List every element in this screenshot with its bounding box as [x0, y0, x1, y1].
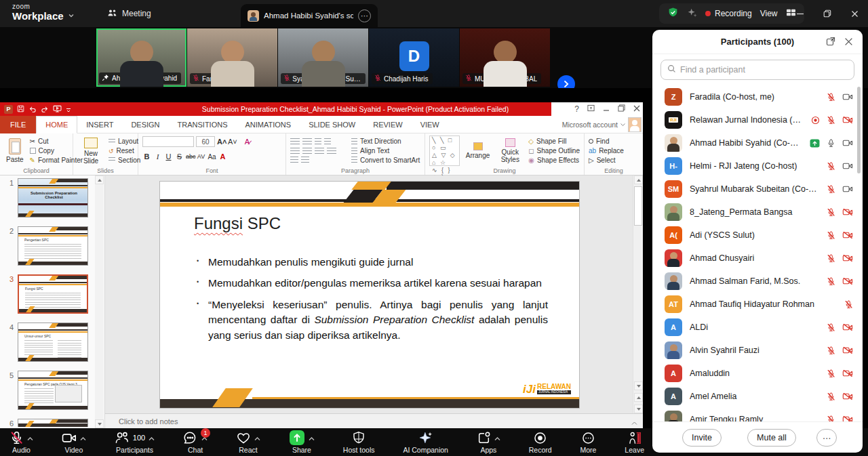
scroll-down-icon[interactable] — [95, 419, 104, 428]
indent-icon[interactable] — [315, 138, 321, 145]
quick-styles-button[interactable]: Quick Styles — [496, 136, 524, 166]
search-input[interactable] — [680, 65, 848, 75]
popout-icon[interactable] — [826, 37, 835, 49]
justify-icon[interactable] — [327, 148, 336, 154]
next-slide-icon[interactable] — [634, 405, 643, 413]
participant-row[interactable]: Z Faradila (Co-host, me) — [652, 85, 863, 108]
ai-companion-button[interactable]: AI Companion — [403, 428, 448, 456]
notes-pane[interactable]: Click to add notes — [105, 413, 643, 428]
format-underline-button[interactable]: U — [164, 152, 173, 161]
ai-sparkle-icon[interactable] — [687, 7, 697, 20]
video-tile[interactable]: Ahmad Habibi Syahid — [96, 28, 186, 87]
chevron-up-icon[interactable] — [149, 432, 155, 444]
ppt-tab-design[interactable]: DESIGN — [122, 116, 168, 133]
font-size-combobox[interactable]: 60 — [196, 136, 215, 147]
participant-row[interactable]: Alvin Syahril Fauzi — [652, 339, 863, 362]
react-button[interactable]: React — [236, 428, 260, 456]
help-icon[interactable]: ? — [574, 104, 579, 114]
ppt-tab-home[interactable]: HOME — [36, 116, 77, 133]
outdent-icon[interactable] — [324, 138, 331, 145]
more-button[interactable]: More — [580, 428, 597, 456]
minimize-button[interactable] — [787, 0, 814, 27]
ppt-tab-transitions[interactable]: TRANSITIONS — [169, 116, 237, 133]
paste-button[interactable]: Paste — [4, 136, 26, 166]
video-tile[interactable]: MUHAMMAD IQBAL — [460, 28, 550, 87]
chevron-up-icon[interactable] — [80, 432, 86, 444]
ppt-tab-review[interactable]: REVIEW — [364, 116, 411, 133]
ppt-tab-slide-show[interactable]: SLIDE SHOW — [300, 116, 364, 133]
chevron-up-icon[interactable] — [27, 432, 33, 444]
format-shadow-button[interactable]: S — [175, 152, 184, 161]
select-button[interactable]: ▷Select — [589, 155, 624, 165]
layout-button[interactable]: Layout — [108, 137, 140, 146]
mute-all-button[interactable]: Mute all — [747, 429, 796, 447]
ppt-minimize-icon[interactable] — [603, 104, 610, 114]
participant-row[interactable]: Ahmad Habibi Syahid (Co-host) — [652, 131, 863, 154]
section-button[interactable]: Section — [108, 155, 140, 165]
format-change-case-button[interactable]: Aa — [208, 153, 216, 161]
grow-font-icon[interactable]: A˄ — [217, 138, 226, 146]
participant-row[interactable]: A Amel Amelia — [652, 385, 863, 408]
more-options-button[interactable]: ⋯ — [816, 429, 837, 447]
participant-row[interactable]: A Amaluddin — [652, 362, 863, 385]
tab-meeting[interactable]: Meeting — [100, 0, 158, 27]
slide-thumbnail[interactable]: 2 Pengertian SPC — [5, 226, 95, 266]
format-font-color-button[interactable]: A — [218, 152, 227, 161]
thumbnail-scrollbar[interactable] — [95, 175, 104, 428]
ppt-close-icon[interactable] — [633, 104, 640, 114]
scroll-up-icon[interactable] — [95, 175, 104, 184]
undo-icon[interactable] — [28, 103, 37, 115]
collapse-ribbon-icon[interactable] — [631, 419, 637, 427]
share-button[interactable]: Share — [289, 428, 315, 456]
participant-row[interactable]: 8_Jateng_Permata Bangsa — [652, 201, 863, 224]
reset-button[interactable]: ↺Reset — [108, 146, 140, 156]
ribbon-display-icon[interactable] — [587, 104, 595, 114]
ppt-tab-file[interactable]: FILE — [0, 116, 36, 133]
leave-button[interactable]: Leave — [625, 428, 644, 456]
arrange-button[interactable]: Arrange — [464, 136, 492, 166]
scroll-down-icon[interactable] — [634, 381, 643, 390]
video-tile[interactable]: D Chadijah Haris — [369, 28, 459, 87]
slide-thumbnail[interactable]: 5 Pengaturan SPC pada OJS Versi 3 — [5, 371, 95, 410]
slide-title[interactable]: Fungsi SPC — [194, 214, 281, 233]
start-slideshow-icon[interactable] — [53, 103, 62, 115]
ppt-restore-icon[interactable] — [618, 104, 625, 114]
host-tools-button[interactable]: Host tools — [343, 428, 375, 456]
format-bold-button[interactable]: B — [142, 152, 151, 161]
redo-icon[interactable] — [41, 103, 49, 115]
ppt-tab-animations[interactable]: ANIMATIONS — [237, 116, 300, 133]
chevron-down-icon[interactable] — [68, 9, 75, 16]
participant-row[interactable]: Ahmad Chusyairi — [652, 247, 863, 270]
find-button[interactable]: Find — [589, 137, 624, 146]
ppt-tab-view[interactable]: VIEW — [412, 116, 448, 133]
customize-qat-icon[interactable] — [66, 103, 71, 115]
bullets-icon[interactable] — [290, 138, 300, 145]
apps-button[interactable]: Apps — [477, 428, 500, 456]
microsoft-account[interactable]: Microsoft account — [562, 116, 625, 133]
editor-scrollbar[interactable] — [633, 175, 643, 413]
chat-button[interactable]: 1 Chat — [183, 428, 208, 456]
slide-canvas[interactable]: Fungsi SPC Memudahkan penulis mengikuti … — [160, 182, 579, 408]
slide-body-text[interactable]: Memudahkan penulis mengikuti guide jurna… — [208, 255, 548, 349]
video-tile[interactable]: Syahrul Mubarak Sube... — [278, 28, 368, 87]
slide-thumbnail[interactable]: 6 — [5, 419, 95, 428]
security-shield-icon[interactable] — [667, 7, 679, 21]
new-slide-button[interactable]: New Slide — [77, 136, 104, 166]
record-button[interactable]: Record — [529, 428, 552, 456]
clear-formatting-icon[interactable]: A̷ — [243, 138, 252, 146]
slide-editor[interactable]: Fungsi SPC Memudahkan penulis mengikuti … — [105, 175, 643, 413]
slide-thumbnail[interactable]: 1 Submission Preparation Checklist — [5, 178, 95, 217]
chevron-up-icon[interactable] — [309, 432, 315, 444]
participants-scrollbar[interactable] — [857, 87, 861, 173]
columns-icon[interactable] — [301, 157, 309, 163]
participant-row[interactable]: H- Helmi - RJI Jateng (Co-host) — [652, 154, 863, 178]
close-panel-icon[interactable] — [844, 37, 853, 49]
invite-button[interactable]: Invite — [682, 429, 722, 447]
participant-row[interactable]: A( Adi (YSCS Sulut) — [652, 224, 863, 247]
view-menu[interactable]: View — [760, 9, 778, 18]
line-spacing-icon[interactable] — [290, 157, 298, 163]
shape-outline-button[interactable]: ◻Shape Outline — [528, 146, 580, 156]
replace-button[interactable]: abReplace — [589, 146, 624, 156]
align-left-icon[interactable] — [290, 148, 300, 154]
tab-options-icon[interactable]: ⋯ — [358, 9, 371, 22]
